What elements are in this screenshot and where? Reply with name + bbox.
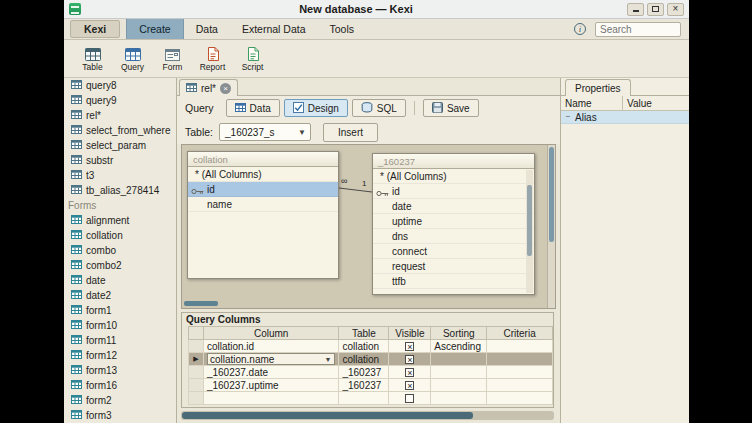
cell-column[interactable]: collation.id [203, 340, 338, 353]
sidebar-item-form13[interactable]: form13 [64, 363, 176, 378]
view-design-button[interactable]: Design [284, 99, 348, 117]
menu-tab-create[interactable]: Create [126, 19, 184, 39]
cell-table[interactable]: _160237 [339, 366, 389, 379]
cell-column[interactable] [203, 392, 338, 405]
cell-criteria[interactable] [487, 353, 553, 366]
sidebar-item-combo[interactable]: combo [64, 243, 176, 258]
tree-expander-icon[interactable]: − [564, 113, 572, 121]
grid-header-criteria[interactable]: Criteria [487, 327, 553, 340]
info-icon[interactable]: i [574, 23, 586, 35]
cell-column[interactable]: collation.name▼ [203, 353, 338, 366]
cell-criteria[interactable] [487, 392, 553, 405]
menu-tab-tools[interactable]: Tools [318, 19, 367, 39]
visible-checkbox[interactable]: × [405, 368, 414, 377]
sidebar-item-alignment[interactable]: alignment [64, 213, 176, 228]
field-ttfb[interactable]: ttfb [373, 274, 534, 289]
field-id[interactable]: id [373, 184, 534, 199]
cell-visible[interactable]: × [389, 353, 431, 366]
field-name[interactable]: name [188, 197, 338, 212]
cell-table[interactable] [339, 392, 389, 405]
insert-button[interactable]: Insert [323, 123, 378, 142]
table-combobox[interactable]: _160237_s ▼ [219, 123, 311, 141]
row-selector[interactable] [189, 392, 204, 405]
close-tab-icon[interactable]: × [220, 83, 231, 94]
canvas-vertical-scrollbar[interactable] [547, 145, 555, 308]
create-script-button[interactable]: Script [234, 44, 271, 74]
cell-column[interactable]: _160237.date [203, 366, 338, 379]
cell-sorting[interactable] [431, 392, 487, 405]
cell-sorting[interactable]: Ascending [431, 340, 487, 353]
design-table-160237[interactable]: _160237* (All Columns)iddateuptimednscon… [372, 153, 535, 295]
row-selector[interactable]: ▶ [189, 353, 204, 366]
cell-criteria[interactable] [487, 340, 553, 353]
visible-checkbox[interactable]: × [405, 381, 414, 390]
cell-visible[interactable]: × [389, 379, 431, 392]
kexi-menu-button[interactable]: Kexi [70, 20, 120, 38]
scrollbar-thumb[interactable] [527, 185, 532, 256]
column-combobox[interactable]: collation.name▼ [207, 353, 335, 365]
search-input[interactable] [595, 22, 681, 37]
cell-criteria[interactable] [487, 366, 553, 379]
sidebar-item-query9[interactable]: query9 [64, 93, 176, 108]
sidebar-item-form1[interactable]: form1 [64, 303, 176, 318]
create-report-button[interactable]: Report [194, 44, 231, 74]
scrollbar-thumb[interactable] [549, 147, 554, 242]
row-selector[interactable] [189, 340, 204, 353]
scrollbar-thumb[interactable] [182, 412, 473, 419]
field-all-columns[interactable]: * (All Columns) [188, 167, 338, 182]
cell-column[interactable]: _160237.uptime [203, 379, 338, 392]
grid-header-column[interactable]: Column [203, 327, 338, 340]
close-button[interactable]: × [667, 3, 684, 16]
field-id[interactable]: id [188, 182, 338, 197]
sidebar-item-form2[interactable]: form2 [64, 393, 176, 408]
create-form-button[interactable]: Form [154, 44, 191, 74]
minimize-button[interactable] [627, 3, 644, 16]
cell-visible[interactable] [389, 392, 431, 405]
create-query-button[interactable]: Query [114, 44, 151, 74]
grid-header-sorting[interactable]: Sorting [431, 327, 487, 340]
cell-visible[interactable]: × [389, 340, 431, 353]
view-sql-button[interactable]: SQL [352, 99, 406, 117]
menu-tab-external-data[interactable]: External Data [230, 19, 318, 39]
design-table-title[interactable]: collation [188, 152, 338, 167]
cell-sorting[interactable] [431, 366, 487, 379]
sidebar-item-combo2[interactable]: combo2 [64, 258, 176, 273]
design-table-title[interactable]: _160237 [373, 154, 534, 169]
sidebar-item-form3[interactable]: form3 [64, 408, 176, 423]
cell-criteria[interactable] [487, 379, 553, 392]
create-table-button[interactable]: Table [74, 44, 111, 74]
sidebar-item-date[interactable]: date [64, 273, 176, 288]
sidebar-item-rel[interactable]: rel* [64, 108, 176, 123]
field-dns[interactable]: dns [373, 229, 534, 244]
menu-tab-data[interactable]: Data [184, 19, 230, 39]
doc-tab-rel[interactable]: rel* × [179, 79, 238, 96]
sidebar-item-tb-alias-278414[interactable]: tb_alias_278414 [64, 183, 176, 198]
cell-table[interactable]: _160237 [339, 379, 389, 392]
cell-table[interactable]: collation [339, 340, 389, 353]
sidebar-item-form12[interactable]: form12 [64, 348, 176, 363]
sidebar-item-select-param[interactable]: select_param [64, 138, 176, 153]
row-selector[interactable] [189, 366, 204, 379]
cell-sorting[interactable] [431, 379, 487, 392]
maximize-button[interactable] [647, 3, 664, 16]
table-field-scrollbar[interactable] [526, 170, 533, 293]
cell-sorting[interactable] [431, 353, 487, 366]
field-date[interactable]: date [373, 199, 534, 214]
visible-checkbox[interactable] [405, 394, 414, 403]
field-all-columns[interactable]: * (All Columns) [373, 169, 534, 184]
query-area-horizontal-scrollbar[interactable] [181, 411, 554, 420]
sidebar-item-form16[interactable]: form16 [64, 378, 176, 393]
property-row-alias[interactable]: −Alias [561, 111, 689, 124]
save-button[interactable]: Save [423, 99, 479, 117]
sidebar-item-date2[interactable]: date2 [64, 288, 176, 303]
field-connect[interactable]: connect [373, 244, 534, 259]
visible-checkbox[interactable]: × [405, 342, 414, 351]
sidebar-item-select-from-where[interactable]: select_from_where [64, 123, 176, 138]
grid-header-table[interactable]: Table [339, 327, 389, 340]
field-uptime[interactable]: uptime [373, 214, 534, 229]
sidebar-item-form10[interactable]: form10 [64, 318, 176, 333]
view-data-button[interactable]: Data [226, 99, 280, 117]
field-request[interactable]: request [373, 259, 534, 274]
row-selector[interactable] [189, 379, 204, 392]
design-table-collation[interactable]: collation* (All Columns)idname [187, 151, 339, 279]
